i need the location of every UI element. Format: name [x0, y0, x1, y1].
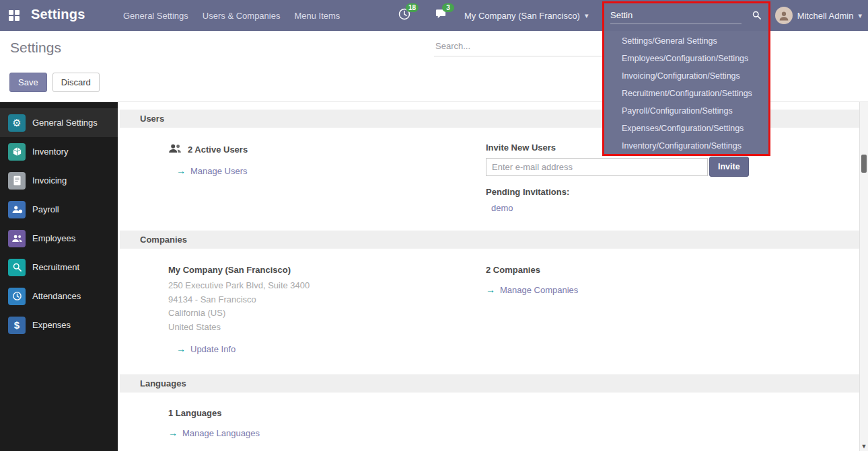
company-name: My Company (San Francisco): [464, 11, 580, 21]
address-line: California (US): [168, 306, 486, 321]
employees-people-icon: [8, 230, 26, 247]
companies-count-block: 2 Companies → Manage Companies: [486, 265, 846, 355]
user-menu[interactable]: Mitchell Admin ▾: [775, 0, 862, 31]
scrollbar-thumb[interactable]: [861, 155, 867, 173]
invoice-document-icon: [8, 172, 26, 190]
active-users-block: 2 Active Users → Manage Users: [168, 142, 486, 214]
invite-button[interactable]: Invite: [709, 157, 749, 177]
messages-badge: 3: [442, 3, 454, 12]
payroll-person-icon: [8, 201, 26, 218]
sidebar-item-attendances[interactable]: Attendances: [0, 282, 118, 311]
navbar-search-input[interactable]: [610, 9, 742, 24]
sidebar-item-inventory[interactable]: Inventory: [0, 137, 118, 166]
section-header-companies: Companies: [120, 231, 859, 249]
messages-button[interactable]: 3: [435, 8, 447, 22]
invite-email-input[interactable]: [486, 158, 708, 176]
clock-icon: [398, 11, 410, 22]
sidebar-item-label: Payroll: [32, 204, 59, 214]
languages-section: 1 Languages → Manage Languages: [168, 408, 846, 439]
discard-button[interactable]: Discard: [52, 73, 100, 92]
chevron-down-icon: ▾: [858, 11, 862, 20]
sidebar-item-recruitment[interactable]: Recruitment: [0, 253, 118, 282]
search-icon[interactable]: [752, 10, 762, 23]
menu-users-companies[interactable]: Users & Companies: [203, 11, 281, 21]
sidebar-item-label: Attendances: [32, 291, 81, 301]
arrow-right-icon: →: [486, 284, 495, 295]
update-info-link[interactable]: → Update Info: [176, 343, 236, 354]
search-result-item[interactable]: Recruitment/Configuration/Settings: [604, 85, 768, 102]
address-line: United States: [168, 321, 486, 335]
inventory-box-icon: [8, 143, 26, 161]
save-button[interactable]: Save: [9, 73, 47, 92]
active-users-count: 2 Active Users: [188, 145, 248, 155]
pending-invitations-label: Pending Invitations:: [486, 187, 846, 197]
address-line: 250 Executive Park Blvd, Suite 3400: [168, 279, 486, 293]
settings-sidebar: ⚙ General Settings Inventory Invoicing P…: [0, 102, 118, 451]
search-result-item[interactable]: Employees/Configuration/Settings: [604, 50, 768, 67]
users-group-icon: [168, 142, 182, 156]
arrow-right-icon: →: [176, 165, 186, 176]
sidebar-item-payroll[interactable]: Payroll: [0, 195, 118, 224]
gear-icon: ⚙: [8, 114, 26, 132]
search-result-item[interactable]: Invoicing/Configuration/Settings: [604, 67, 768, 85]
companies-section: My Company (San Francisco) 250 Executive…: [168, 265, 846, 355]
sidebar-item-general-settings[interactable]: ⚙ General Settings: [0, 108, 118, 137]
manage-companies-link[interactable]: → Manage Companies: [486, 284, 578, 295]
avatar: [775, 7, 793, 24]
search-result-item[interactable]: Settings/General Settings: [604, 32, 768, 50]
odoo-settings-screen: Settings General Settings Users & Compan…: [0, 0, 868, 451]
sidebar-item-label: Invoicing: [32, 175, 67, 186]
attendance-clock-icon: [8, 288, 26, 305]
expenses-dollar-icon: $: [8, 317, 26, 334]
sidebar-item-employees[interactable]: Employees: [0, 224, 118, 253]
scroll-down-arrow-icon[interactable]: ▼: [860, 443, 868, 450]
chevron-down-icon: ▾: [585, 11, 589, 20]
apps-menu-icon[interactable]: [9, 10, 20, 21]
recruitment-magnifier-icon: [8, 259, 26, 276]
address-line: 94134 - San Francisco: [168, 293, 486, 307]
app-menu: General Settings Users & Companies Menu …: [123, 0, 340, 31]
search-result-item[interactable]: Expenses/Configuration/Settings: [604, 120, 768, 137]
app-name[interactable]: Settings: [31, 7, 85, 22]
company-address: 250 Executive Park Blvd, Suite 3400 9413…: [168, 279, 486, 334]
search-result-item[interactable]: Inventory/Configuration/Settings: [604, 137, 768, 155]
search-result-item[interactable]: Payroll/Configuration/Settings: [604, 102, 768, 120]
manage-languages-link[interactable]: → Manage Languages: [168, 427, 260, 438]
sidebar-item-label: Recruitment: [32, 262, 79, 272]
manage-users-link[interactable]: → Manage Users: [176, 165, 248, 176]
vertical-scrollbar[interactable]: ▼: [859, 102, 868, 451]
activities-badge: 18: [406, 3, 419, 12]
menu-menu-items[interactable]: Menu Items: [294, 11, 340, 21]
sidebar-item-expenses[interactable]: $ Expenses: [0, 311, 118, 339]
sidebar-item-label: General Settings: [32, 118, 98, 128]
sidebar-item-invoicing[interactable]: Invoicing: [0, 166, 118, 195]
pending-user-demo-link[interactable]: demo: [491, 203, 513, 213]
company-switcher[interactable]: My Company (San Francisco) ▾: [464, 0, 588, 31]
navbar-search-dropdown: Settings/General Settings Employees/Conf…: [602, 1, 770, 156]
company-name-label: My Company (San Francisco): [168, 265, 486, 275]
companies-count: 2 Companies: [486, 265, 846, 275]
user-name: Mitchell Admin: [797, 11, 854, 21]
arrow-right-icon: →: [176, 343, 186, 354]
search-results-list: Settings/General Settings Employees/Conf…: [604, 32, 768, 155]
page-title: Settings: [10, 40, 61, 56]
sidebar-item-label: Employees: [32, 233, 75, 243]
sidebar-item-label: Inventory: [32, 147, 68, 157]
current-company-block: My Company (San Francisco) 250 Executive…: [168, 265, 486, 355]
sidebar-item-label: Expenses: [32, 320, 71, 330]
activities-button[interactable]: 18: [398, 8, 410, 23]
section-header-languages: Languages: [120, 374, 859, 393]
arrow-right-icon: →: [168, 427, 178, 438]
navbar-search-row: [604, 3, 768, 30]
languages-count: 1 Languages: [168, 408, 486, 418]
menu-general-settings[interactable]: General Settings: [123, 11, 188, 21]
languages-block: 1 Languages → Manage Languages: [168, 408, 486, 439]
control-panel-buttons: Save Discard: [9, 73, 100, 92]
